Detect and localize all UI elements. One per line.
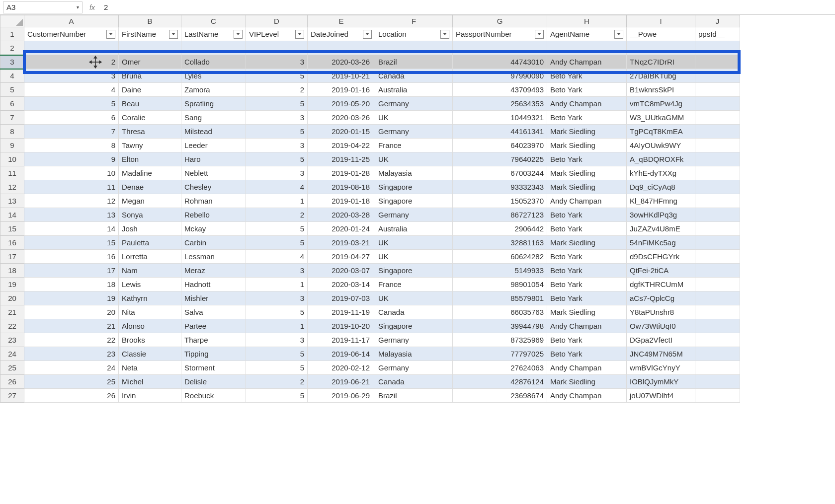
cell[interactable] [375, 41, 453, 55]
column-header-D[interactable]: D [246, 15, 308, 27]
cell[interactable] [695, 333, 740, 347]
cell[interactable]: 2020-02-12 [308, 361, 375, 375]
cell[interactable]: Denae [119, 180, 181, 194]
cell[interactable]: Classie [119, 347, 181, 361]
cell[interactable] [695, 291, 740, 305]
cell[interactable] [695, 41, 740, 55]
cell[interactable]: 5 [246, 305, 308, 319]
cell[interactable]: 60624282 [453, 250, 547, 264]
cell[interactable] [695, 111, 740, 125]
cell[interactable]: Beau [119, 97, 181, 111]
cell[interactable] [695, 208, 740, 222]
cell[interactable]: Elton [119, 152, 181, 166]
cell[interactable] [181, 41, 246, 55]
cell[interactable]: 3 [246, 55, 308, 69]
cell[interactable]: Singapore [375, 264, 453, 278]
column-header-F[interactable]: F [375, 15, 453, 27]
cell[interactable]: TgPCqT8KmEA [627, 125, 695, 139]
cell[interactable]: Andy Champan [547, 55, 627, 69]
row-header[interactable]: 8 [0, 125, 24, 139]
cell[interactable]: Partee [181, 319, 246, 333]
cell[interactable]: Lewis [119, 278, 181, 291]
cell[interactable]: 2020-01-24 [308, 222, 375, 236]
row-header[interactable]: 19 [0, 278, 24, 291]
filter-dropdown-icon[interactable] [295, 30, 304, 39]
cell[interactable]: Rohman [181, 194, 246, 208]
table-header-cell[interactable]: Location [375, 27, 453, 41]
cell[interactable]: Brazil [375, 389, 453, 403]
cell[interactable]: 2019-07-03 [308, 291, 375, 305]
cell[interactable]: 2019-08-18 [308, 180, 375, 194]
cell[interactable]: Beto Yark [547, 347, 627, 361]
cell[interactable]: Singapore [375, 319, 453, 333]
cell[interactable]: 2020-03-26 [308, 55, 375, 69]
cell[interactable] [695, 152, 740, 166]
cell[interactable]: 15052370 [453, 194, 547, 208]
cell[interactable]: 25 [24, 375, 119, 389]
cell[interactable]: Mark Siedling [547, 180, 627, 194]
cell[interactable]: 2020-03-28 [308, 208, 375, 222]
table-header-cell[interactable]: CustomerNumber [24, 27, 119, 41]
cell[interactable]: DGpa2VfectI [627, 333, 695, 347]
cell[interactable]: Beto Yark [547, 208, 627, 222]
cell[interactable]: Beto Yark [547, 69, 627, 83]
cell[interactable]: Mark Siedling [547, 305, 627, 319]
cell[interactable]: vmTC8mPw4Jg [627, 97, 695, 111]
cell[interactable]: 2019-11-17 [308, 333, 375, 347]
cell[interactable]: 5 [246, 389, 308, 403]
cell[interactable]: Malayasia [375, 166, 453, 180]
cell[interactable]: 66035763 [453, 305, 547, 319]
cell[interactable]: IOBlQJymMkY [627, 375, 695, 389]
cell[interactable]: 3 [246, 291, 308, 305]
cell[interactable]: Bruna [119, 69, 181, 83]
cell[interactable]: 14 [24, 222, 119, 236]
cell[interactable]: Nita [119, 305, 181, 319]
cell[interactable] [547, 41, 627, 55]
cell[interactable]: 3 [246, 111, 308, 125]
row-header[interactable]: 1 [0, 27, 24, 41]
filter-dropdown-icon[interactable] [440, 30, 449, 39]
cell[interactable]: Omer [119, 55, 181, 69]
filter-dropdown-icon[interactable] [234, 30, 243, 39]
cell[interactable]: Canada [375, 69, 453, 83]
cell[interactable]: Beto Yark [547, 152, 627, 166]
cell[interactable]: Germany [375, 125, 453, 139]
cell[interactable]: Brazil [375, 55, 453, 69]
cell[interactable]: Canada [375, 375, 453, 389]
cell[interactable]: 19 [24, 291, 119, 305]
cell[interactable]: 42876124 [453, 375, 547, 389]
cell[interactable]: Neta [119, 361, 181, 375]
cell[interactable]: 79640225 [453, 152, 547, 166]
cell[interactable]: 1 [246, 194, 308, 208]
cell[interactable] [695, 69, 740, 83]
cell[interactable]: Josh [119, 222, 181, 236]
cell[interactable] [308, 41, 375, 55]
cell[interactable]: 2019-11-19 [308, 305, 375, 319]
cell[interactable]: 3 [246, 139, 308, 152]
cell[interactable]: Roebuck [181, 389, 246, 403]
cell[interactable] [695, 83, 740, 97]
cell[interactable]: Tipping [181, 347, 246, 361]
row-header[interactable]: 24 [0, 347, 24, 361]
cell[interactable]: 15 [24, 236, 119, 250]
cell[interactable]: 21 [24, 319, 119, 333]
cell[interactable]: Germany [375, 97, 453, 111]
cell[interactable]: 2019-06-29 [308, 389, 375, 403]
cell[interactable]: UK [375, 236, 453, 250]
cell[interactable]: 5 [246, 97, 308, 111]
cell[interactable]: Mishler [181, 291, 246, 305]
cell[interactable]: Beto Yark [547, 250, 627, 264]
cell[interactable] [627, 41, 695, 55]
cell[interactable]: 10 [24, 166, 119, 180]
cell[interactable] [695, 125, 740, 139]
cell[interactable]: 5149933 [453, 264, 547, 278]
cell[interactable]: 1 [246, 278, 308, 291]
cell[interactable]: 5 [246, 152, 308, 166]
cell[interactable]: dgfKTHRCUmM [627, 278, 695, 291]
cell[interactable]: 87325969 [453, 333, 547, 347]
cell[interactable]: Tharpe [181, 333, 246, 347]
cell[interactable]: 2019-01-18 [308, 194, 375, 208]
column-header-E[interactable]: E [308, 15, 375, 27]
cell[interactable]: 2020-03-07 [308, 264, 375, 278]
cell[interactable]: 54nFiMKc5ag [627, 236, 695, 250]
